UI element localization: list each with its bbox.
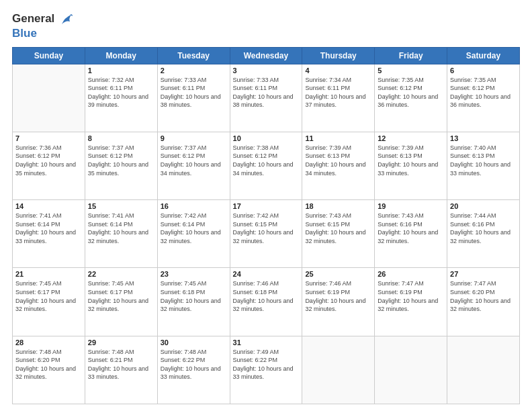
day-info: Sunrise: 7:38 AM Sunset: 6:12 PM Dayligh…: [233, 144, 300, 177]
calendar-cell: 18Sunrise: 7:43 AM Sunset: 6:15 PM Dayli…: [302, 200, 375, 268]
calendar-week-row: 21Sunrise: 7:45 AM Sunset: 6:17 PM Dayli…: [13, 268, 520, 336]
calendar-cell: [447, 336, 520, 404]
day-info: Sunrise: 7:41 AM Sunset: 6:14 PM Dayligh…: [15, 212, 82, 245]
page: General Blue SundayMondayTuesdayWednesda…: [0, 0, 532, 411]
day-number: 19: [378, 202, 444, 210]
day-info: Sunrise: 7:39 AM Sunset: 6:13 PM Dayligh…: [305, 144, 371, 177]
calendar-cell: 24Sunrise: 7:46 AM Sunset: 6:18 PM Dayli…: [230, 268, 302, 336]
day-number: 6: [450, 66, 517, 75]
day-info: Sunrise: 7:49 AM Sunset: 6:22 PM Dayligh…: [233, 348, 300, 381]
calendar-day-header: Tuesday: [157, 47, 230, 64]
calendar-cell: 5Sunrise: 7:35 AM Sunset: 6:12 PM Daylig…: [375, 64, 447, 132]
calendar-week-row: 1Sunrise: 7:32 AM Sunset: 6:11 PM Daylig…: [13, 64, 520, 132]
day-number: 10: [233, 134, 300, 142]
calendar-cell: [13, 64, 85, 132]
day-number: 18: [305, 202, 371, 210]
day-info: Sunrise: 7:48 AM Sunset: 6:22 PM Dayligh…: [161, 348, 227, 381]
calendar-cell: 13Sunrise: 7:40 AM Sunset: 6:13 PM Dayli…: [447, 132, 520, 199]
calendar-week-row: 28Sunrise: 7:48 AM Sunset: 6:20 PM Dayli…: [13, 336, 520, 404]
day-number: 16: [161, 202, 227, 210]
calendar-cell: 2Sunrise: 7:33 AM Sunset: 6:11 PM Daylig…: [157, 64, 230, 132]
day-number: 14: [15, 202, 82, 210]
day-info: Sunrise: 7:40 AM Sunset: 6:13 PM Dayligh…: [450, 144, 517, 177]
day-number: 3: [233, 66, 300, 75]
day-info: Sunrise: 7:33 AM Sunset: 6:11 PM Dayligh…: [161, 76, 227, 109]
calendar-cell: 6Sunrise: 7:35 AM Sunset: 6:12 PM Daylig…: [447, 64, 520, 132]
day-info: Sunrise: 7:45 AM Sunset: 6:18 PM Dayligh…: [161, 279, 227, 313]
day-info: Sunrise: 7:39 AM Sunset: 6:13 PM Dayligh…: [378, 144, 444, 177]
calendar-cell: 11Sunrise: 7:39 AM Sunset: 6:13 PM Dayli…: [302, 132, 375, 199]
calendar-cell: 20Sunrise: 7:44 AM Sunset: 6:16 PM Dayli…: [447, 200, 520, 268]
calendar-header-row: SundayMondayTuesdayWednesdayThursdayFrid…: [13, 47, 520, 64]
day-number: 23: [161, 270, 227, 278]
day-info: Sunrise: 7:43 AM Sunset: 6:16 PM Dayligh…: [378, 212, 444, 245]
day-info: Sunrise: 7:46 AM Sunset: 6:19 PM Dayligh…: [305, 279, 371, 313]
logo: General Blue: [12, 12, 74, 40]
calendar-week-row: 14Sunrise: 7:41 AM Sunset: 6:14 PM Dayli…: [13, 200, 520, 268]
day-number: 30: [161, 338, 227, 347]
calendar-cell: 19Sunrise: 7:43 AM Sunset: 6:16 PM Dayli…: [375, 200, 447, 268]
day-number: 4: [305, 66, 371, 75]
day-info: Sunrise: 7:34 AM Sunset: 6:11 PM Dayligh…: [305, 76, 371, 109]
day-info: Sunrise: 7:46 AM Sunset: 6:18 PM Dayligh…: [233, 279, 300, 313]
day-number: 22: [88, 270, 154, 278]
calendar-cell: 26Sunrise: 7:47 AM Sunset: 6:19 PM Dayli…: [375, 268, 447, 336]
day-number: 9: [161, 134, 227, 142]
calendar-cell: 23Sunrise: 7:45 AM Sunset: 6:18 PM Dayli…: [157, 268, 230, 336]
day-info: Sunrise: 7:45 AM Sunset: 6:17 PM Dayligh…: [88, 279, 154, 313]
day-info: Sunrise: 7:44 AM Sunset: 6:16 PM Dayligh…: [450, 212, 517, 245]
calendar-cell: 14Sunrise: 7:41 AM Sunset: 6:14 PM Dayli…: [13, 200, 85, 268]
day-info: Sunrise: 7:32 AM Sunset: 6:11 PM Dayligh…: [88, 76, 154, 109]
day-info: Sunrise: 7:43 AM Sunset: 6:15 PM Dayligh…: [305, 212, 371, 245]
calendar-cell: 9Sunrise: 7:37 AM Sunset: 6:12 PM Daylig…: [157, 132, 230, 199]
day-number: 8: [88, 134, 154, 142]
calendar-cell: 1Sunrise: 7:32 AM Sunset: 6:11 PM Daylig…: [85, 64, 157, 132]
day-number: 26: [378, 270, 444, 278]
day-number: 29: [88, 338, 154, 347]
calendar-cell: 16Sunrise: 7:42 AM Sunset: 6:14 PM Dayli…: [157, 200, 230, 268]
logo-bird-icon: [59, 12, 74, 27]
day-info: Sunrise: 7:36 AM Sunset: 6:12 PM Dayligh…: [15, 144, 82, 177]
calendar-cell: [375, 336, 447, 404]
calendar-cell: 10Sunrise: 7:38 AM Sunset: 6:12 PM Dayli…: [230, 132, 302, 199]
day-info: Sunrise: 7:47 AM Sunset: 6:19 PM Dayligh…: [378, 279, 444, 313]
day-info: Sunrise: 7:42 AM Sunset: 6:15 PM Dayligh…: [233, 212, 300, 245]
calendar-cell: 25Sunrise: 7:46 AM Sunset: 6:19 PM Dayli…: [302, 268, 375, 336]
calendar-cell: [302, 336, 375, 404]
day-number: 12: [378, 134, 444, 142]
calendar-day-header: Saturday: [447, 47, 520, 64]
calendar-cell: 17Sunrise: 7:42 AM Sunset: 6:15 PM Dayli…: [230, 200, 302, 268]
day-number: 21: [15, 270, 82, 278]
calendar-cell: 22Sunrise: 7:45 AM Sunset: 6:17 PM Dayli…: [85, 268, 157, 336]
calendar-cell: 29Sunrise: 7:48 AM Sunset: 6:21 PM Dayli…: [85, 336, 157, 404]
calendar-cell: 8Sunrise: 7:37 AM Sunset: 6:12 PM Daylig…: [85, 132, 157, 199]
day-number: 15: [88, 202, 154, 210]
calendar-week-row: 7Sunrise: 7:36 AM Sunset: 6:12 PM Daylig…: [13, 132, 520, 199]
calendar-table: SundayMondayTuesdayWednesdayThursdayFrid…: [12, 47, 520, 404]
day-info: Sunrise: 7:47 AM Sunset: 6:20 PM Dayligh…: [450, 279, 517, 313]
day-number: 31: [233, 338, 300, 347]
header: General Blue: [12, 12, 520, 40]
calendar-cell: 28Sunrise: 7:48 AM Sunset: 6:20 PM Dayli…: [13, 336, 85, 404]
calendar-day-header: Thursday: [302, 47, 375, 64]
day-number: 28: [15, 338, 82, 347]
calendar-cell: 30Sunrise: 7:48 AM Sunset: 6:22 PM Dayli…: [157, 336, 230, 404]
day-info: Sunrise: 7:35 AM Sunset: 6:12 PM Dayligh…: [378, 76, 444, 109]
calendar-cell: 7Sunrise: 7:36 AM Sunset: 6:12 PM Daylig…: [13, 132, 85, 199]
calendar-cell: 4Sunrise: 7:34 AM Sunset: 6:11 PM Daylig…: [302, 64, 375, 132]
day-number: 17: [233, 202, 300, 210]
logo-line1: General: [12, 12, 74, 27]
logo-line2: Blue: [12, 27, 74, 40]
calendar-cell: 27Sunrise: 7:47 AM Sunset: 6:20 PM Dayli…: [447, 268, 520, 336]
day-number: 11: [305, 134, 371, 142]
calendar-cell: 21Sunrise: 7:45 AM Sunset: 6:17 PM Dayli…: [13, 268, 85, 336]
calendar-cell: 12Sunrise: 7:39 AM Sunset: 6:13 PM Dayli…: [375, 132, 447, 199]
day-info: Sunrise: 7:37 AM Sunset: 6:12 PM Dayligh…: [88, 144, 154, 177]
day-number: 25: [305, 270, 371, 278]
calendar-day-header: Monday: [85, 47, 157, 64]
day-info: Sunrise: 7:45 AM Sunset: 6:17 PM Dayligh…: [15, 279, 82, 313]
day-number: 1: [88, 66, 154, 75]
day-info: Sunrise: 7:48 AM Sunset: 6:20 PM Dayligh…: [15, 348, 82, 381]
day-info: Sunrise: 7:42 AM Sunset: 6:14 PM Dayligh…: [161, 212, 227, 245]
day-info: Sunrise: 7:35 AM Sunset: 6:12 PM Dayligh…: [450, 76, 517, 109]
